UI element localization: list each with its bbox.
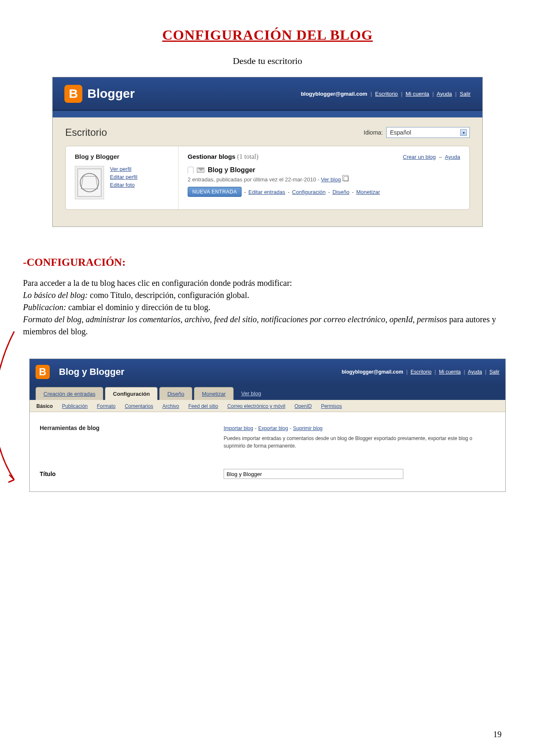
subtab-correo[interactable]: Correo electrónico y móvil <box>227 403 285 409</box>
link-monetizar[interactable]: Monetizar <box>356 189 380 195</box>
link-salir[interactable]: Salir <box>460 91 471 97</box>
blog-title-header: Blog y Blogger <box>59 367 124 377</box>
dashboard-card: Blog y Blogger Ver perfil Editar perfil … <box>65 146 470 210</box>
link-ayuda[interactable]: Ayuda <box>437 91 452 97</box>
lock-icon <box>188 167 194 173</box>
blogger-wordmark: Blogger <box>87 87 135 101</box>
herramientas-label: Herramientas de blog <box>40 425 224 450</box>
tab-monetizar[interactable]: Monetizar <box>194 387 234 400</box>
link-configuracion[interactable]: Configuración <box>292 189 326 195</box>
tab-ver-blog[interactable]: Ver blog <box>235 387 267 400</box>
nueva-entrada-button[interactable]: NUEVA ENTRADA <box>188 187 242 197</box>
blogger-logo-icon: B <box>36 365 50 379</box>
tab-configuracion[interactable]: Configuración <box>105 387 158 400</box>
link-exportar-blog[interactable]: Exportar blog <box>258 425 288 431</box>
svg-rect-0 <box>78 169 101 196</box>
subtab-permisos[interactable]: Permisos <box>321 403 342 409</box>
blogger-logo-icon: B <box>64 85 82 103</box>
subtab-feed[interactable]: Feed del sitio <box>188 403 218 409</box>
blogger-header: B Blogger blogyblogger@gmail.com | Escri… <box>53 77 482 111</box>
profile-avatar <box>75 166 104 199</box>
link-editar-foto[interactable]: Editar foto <box>110 182 138 188</box>
link-diseno[interactable]: Diseño <box>332 189 349 195</box>
idioma-label: Idioma: <box>364 129 383 136</box>
blog-count: (1 total) <box>237 153 258 160</box>
link-ver-perfil[interactable]: Ver perfil <box>110 166 138 172</box>
link-mi-cuenta[interactable]: Mi cuenta <box>405 91 429 97</box>
link-importar-blog[interactable]: Importar blog <box>224 425 253 431</box>
account-email: blogyblogger@gmail.com <box>342 369 403 375</box>
subtab-openid[interactable]: OpenID <box>295 403 312 409</box>
idioma-value: Español <box>390 129 411 136</box>
blog-name: Blog y Blogger <box>208 166 255 174</box>
main-tabs: Creación de entradas Configuración Diseñ… <box>30 385 505 400</box>
tab-diseno[interactable]: Diseño <box>159 387 192 400</box>
blog-meta: 2 entradas, publicadas por última vez el… <box>188 176 460 183</box>
section-heading-configuracion: -CONFIGURACIÓN: <box>23 256 512 269</box>
account-email: blogyblogger@gmail.com <box>301 91 367 97</box>
link-editar-entradas[interactable]: Editar entradas <box>248 189 285 195</box>
document-title: CONFIGURACIÓN DEL BLOG <box>23 27 512 43</box>
document-subtitle: Desde tu escritorio <box>23 56 512 66</box>
chevron-down-icon: ▾ <box>460 129 467 136</box>
titulo-label: Título <box>40 471 224 477</box>
gestionar-blogs-label: Gestionar blogs <box>188 153 235 160</box>
profile-blog-title: Blog y Blogger <box>75 153 171 160</box>
link-escritorio[interactable]: Escritorio <box>410 369 431 375</box>
link-editar-perfil[interactable]: Editar perfil <box>110 174 138 180</box>
escritorio-heading: Escritorio <box>65 127 107 138</box>
mail-icon <box>197 168 204 173</box>
link-mi-cuenta[interactable]: Mi cuenta <box>439 369 461 375</box>
screenshot-escritorio: B Blogger blogyblogger@gmail.com | Escri… <box>52 77 483 227</box>
subtab-archivo[interactable]: Archivo <box>162 403 179 409</box>
tab-creacion-entradas[interactable]: Creación de entradas <box>36 387 103 400</box>
blogger-header-2: B Blog y Blogger blogyblogger@gmail.com … <box>30 359 505 385</box>
page-number: 19 <box>493 730 502 739</box>
screenshot-configuracion: B Blog y Blogger blogyblogger@gmail.com … <box>29 359 506 492</box>
titulo-input[interactable] <box>224 469 403 479</box>
link-ayuda[interactable]: Ayuda <box>468 369 482 375</box>
new-window-icon <box>344 176 349 181</box>
link-escritorio[interactable]: Escritorio <box>375 91 398 97</box>
link-suprimir-blog[interactable]: Suprimir blog <box>293 425 323 431</box>
herramientas-desc: Puedes importar entradas y comentarios d… <box>224 435 495 450</box>
link-ver-blog[interactable]: Ver blog <box>321 176 341 183</box>
subtab-formato[interactable]: Formato <box>97 403 116 409</box>
header-account-links: blogyblogger@gmail.com | Escritorio | Mi… <box>301 91 471 97</box>
sub-tabs: Básico Publicación Formato Comentarios A… <box>30 400 505 412</box>
link-crear-blog[interactable]: Crear un blog <box>403 154 436 160</box>
link-salir[interactable]: Salir <box>489 369 499 375</box>
subtab-basico[interactable]: Básico <box>36 403 53 409</box>
section-body: Para acceder a la de tu blog haces clic … <box>23 277 512 338</box>
subtab-publicacion[interactable]: Publicación <box>62 403 87 409</box>
link-ayuda-blogs[interactable]: Ayuda <box>445 154 460 160</box>
idioma-select[interactable]: Español ▾ <box>386 127 470 138</box>
subtab-comentarios[interactable]: Comentarios <box>125 403 153 409</box>
